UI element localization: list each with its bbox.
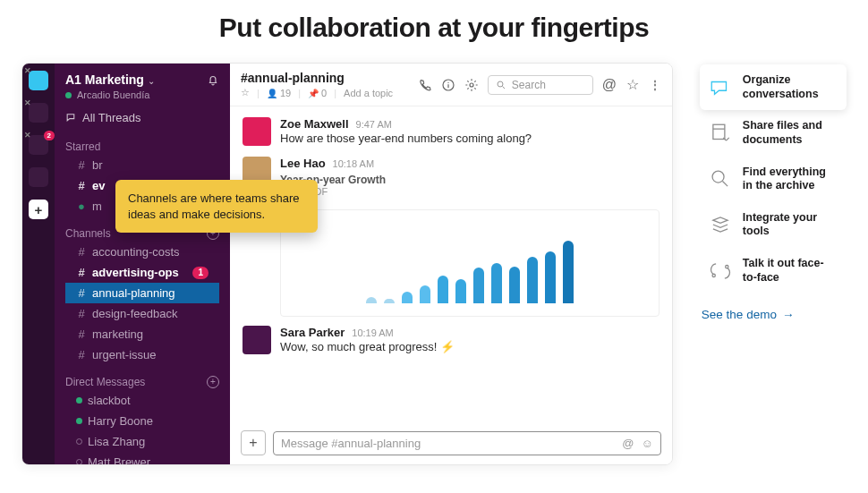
hash-icon: # [76, 243, 87, 260]
members-count[interactable]: 👤 19 [267, 88, 291, 98]
channel-pane: #annual-planning ☆| 👤 19| 📌 0| Add a top… [230, 64, 672, 464]
dm-item[interactable]: Harry Boone [65, 411, 219, 431]
channel-name[interactable]: #annual-planning [241, 71, 393, 85]
feature-item[interactable]: Share files and documents [700, 110, 847, 156]
dm-item[interactable]: slackbot [65, 390, 219, 411]
feature-label: Share files and documents [743, 119, 838, 147]
message-author[interactable]: Lee Hao [280, 157, 326, 170]
hash-icon: # [76, 285, 87, 302]
close-icon: ✕ [24, 131, 33, 140]
file-title: Year-on-year Growth [280, 174, 660, 186]
phone-icon[interactable] [418, 78, 432, 92]
composer-add-button[interactable]: + [241, 430, 266, 455]
avatar[interactable] [243, 117, 271, 146]
add-topic[interactable]: Add a topic [344, 88, 393, 98]
workspace-switcher-active[interactable]: ✕ [29, 71, 48, 90]
message-author[interactable]: Zoe Maxwell [280, 117, 349, 131]
avatar[interactable] [243, 326, 271, 354]
chart-bar [402, 292, 413, 303]
add-dm-icon[interactable]: + [207, 376, 219, 388]
pins-count[interactable]: 📌 0 [308, 88, 327, 98]
composer-input[interactable]: Message #annual-planning @ ☺ [273, 431, 661, 455]
presence-dot-icon [76, 438, 82, 445]
search-input[interactable]: Search [488, 75, 593, 95]
item-label: Lisa Zhang [88, 433, 145, 450]
item-label: br [92, 157, 103, 174]
item-label: ev [92, 177, 105, 194]
chart-bar [438, 276, 448, 303]
chart-preview[interactable] [280, 209, 660, 317]
search-placeholder: Search [512, 79, 546, 91]
workspace-switcher-item[interactable]: ✕ [29, 103, 48, 123]
channel-item[interactable]: #annual-planning [65, 283, 219, 303]
message-time: 9:47 AM [356, 119, 392, 130]
starred-item[interactable]: #br [65, 155, 219, 175]
item-label: Harry Boone [88, 412, 153, 429]
feature-icon [709, 213, 732, 236]
unread-badge: 1 [192, 267, 208, 279]
channel-item[interactable]: #advertising-ops1 [65, 262, 219, 283]
message-list: Zoe Maxwell9:47 AM How are those year-en… [230, 106, 672, 421]
info-icon[interactable] [441, 78, 455, 92]
feature-icon [709, 167, 732, 191]
svg-point-7 [726, 265, 728, 268]
feature-list: Organize conversationsShare files and do… [700, 63, 847, 465]
workspace-switcher-item[interactable] [29, 167, 48, 187]
bell-icon[interactable] [207, 73, 219, 86]
hash-icon: # [76, 177, 87, 194]
see-demo-link[interactable]: See the demo → [700, 302, 847, 327]
presence-dot-icon: ● [76, 198, 87, 215]
dms-header[interactable]: Direct Messages+ [65, 376, 219, 388]
close-icon: ✕ [24, 98, 33, 107]
add-workspace-button[interactable]: + [29, 200, 48, 219]
demo-link-label: See the demo [702, 308, 777, 321]
dm-item[interactable]: Lisa Zhang [65, 431, 219, 452]
workspace-switcher-item[interactable]: ✕2 [29, 135, 48, 155]
hash-icon: # [76, 264, 87, 281]
threads-icon [65, 112, 77, 123]
hash-icon: # [76, 305, 87, 322]
hash-icon: # [76, 157, 87, 174]
item-label: accounting-costs [92, 243, 180, 260]
mention-icon[interactable]: @ [622, 437, 634, 450]
channel-item[interactable]: #design-feedback [65, 303, 219, 324]
workspace-header[interactable]: A1 Marketing⌄ Arcadio Buendía [55, 64, 230, 106]
channel-item[interactable]: #marketing [65, 324, 219, 344]
channel-item[interactable]: #urgent-issue [65, 344, 219, 365]
message-body: Wow, so much great progress! ⚡ [280, 340, 660, 353]
svg-point-5 [712, 171, 724, 183]
svg-point-2 [470, 83, 473, 87]
message-author[interactable]: Sara Parker [280, 326, 345, 339]
feature-label: Talk it out face-to-face [743, 257, 838, 285]
channel-item[interactable]: #accounting-costs [65, 242, 219, 262]
message-time: 10:19 AM [352, 327, 393, 338]
feature-item[interactable]: Talk it out face-to-face [700, 248, 847, 293]
chart-bar [509, 267, 520, 303]
all-threads[interactable]: All Threads [55, 106, 230, 130]
svg-rect-4 [713, 124, 725, 139]
hash-icon: # [76, 326, 87, 343]
feature-icon [709, 122, 732, 145]
current-user: Arcadio Buendía [77, 89, 149, 100]
feature-item[interactable]: Find everything in the archive [700, 157, 847, 202]
star-outline-icon[interactable]: ☆ [625, 78, 640, 92]
dm-item[interactable]: Matt Brewer [65, 452, 219, 464]
item-label: m [92, 198, 102, 215]
mentions-icon[interactable]: @ [602, 78, 617, 92]
chart-bar [420, 285, 430, 303]
feature-item[interactable]: Organize conversations [700, 64, 847, 110]
feature-item[interactable]: Integrate your tools [700, 202, 847, 248]
gear-icon[interactable] [464, 78, 479, 92]
more-icon[interactable]: ⋮ [649, 78, 661, 92]
message: Sara Parker10:19 AM Wow, so much great p… [243, 320, 660, 360]
file-attachment[interactable]: Year-on-year Growth78 kB PDF [280, 174, 660, 197]
search-icon [496, 80, 506, 90]
star-icon[interactable]: ☆ [241, 87, 250, 98]
item-label: annual-planning [92, 285, 175, 302]
workspace-name: A1 Marketing [65, 72, 144, 87]
presence-dot-icon [76, 397, 82, 404]
file-meta: 78 kB PDF [280, 186, 660, 197]
workspace-rail: ✕ ✕ ✕2 + [22, 64, 55, 464]
message-body: How are those year-end numbers coming al… [280, 132, 660, 145]
emoji-icon[interactable]: ☺ [642, 437, 653, 450]
